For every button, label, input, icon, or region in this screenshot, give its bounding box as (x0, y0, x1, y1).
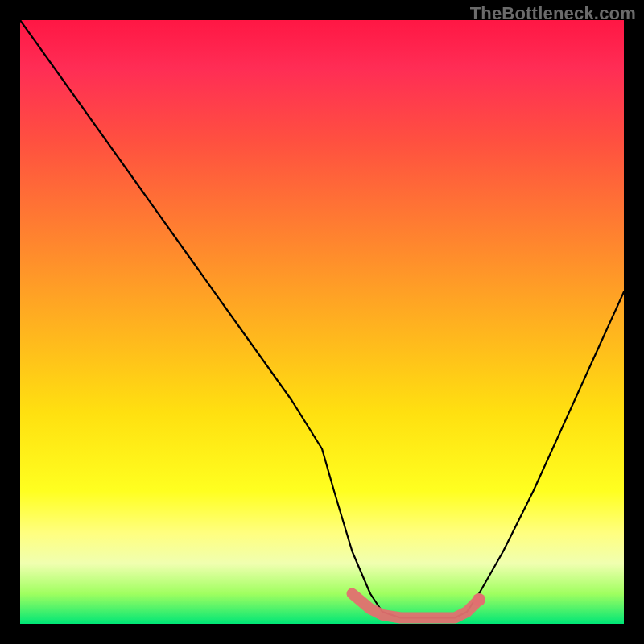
bottleneck-curve (20, 20, 624, 618)
plot-area (20, 20, 624, 624)
highlight-band (353, 594, 480, 618)
chart-svg (20, 20, 624, 624)
watermark-text: TheBottleneck.com (470, 3, 636, 24)
highlight-end-dot (473, 593, 485, 606)
chart-frame: TheBottleneck.com (0, 0, 644, 644)
